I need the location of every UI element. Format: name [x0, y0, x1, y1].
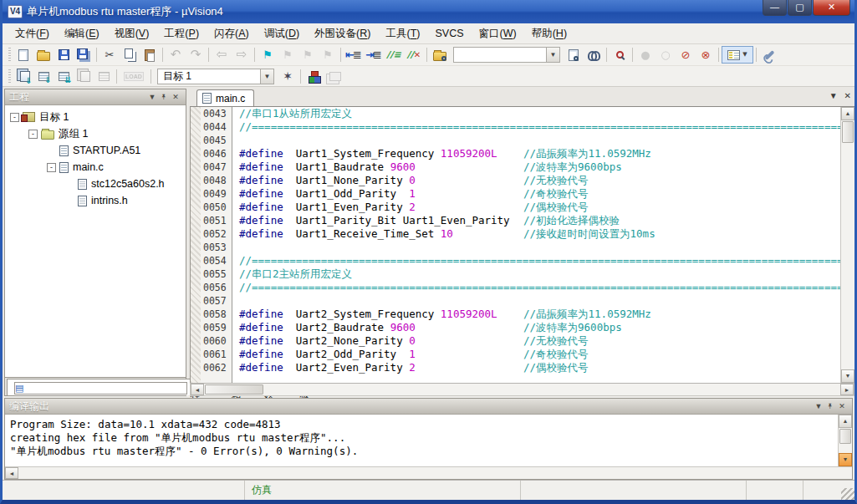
menu-item-tools[interactable]: 工具(T) — [378, 24, 427, 43]
incremental-find-button[interactable] — [610, 46, 630, 64]
toggle-bookmark-button[interactable]: ⚑ — [258, 46, 278, 64]
build-arrow-icon: ⇓ — [44, 75, 51, 84]
enable-disable-breakpoint-button[interactable]: ○ — [656, 46, 676, 64]
scroll-left-button[interactable]: ◄ — [191, 384, 204, 395]
clear-bookmarks-button[interactable]: ⚑ — [318, 46, 338, 64]
tree-expander-icon[interactable]: - — [47, 163, 56, 172]
rebuild-all-button[interactable]: ⇊ — [54, 68, 74, 85]
new-file-button[interactable] — [13, 46, 33, 64]
configure-target-button[interactable]: ✶ — [278, 68, 298, 85]
wrench-icon — [764, 49, 774, 59]
next-bookmark-button[interactable]: ⚑ — [298, 46, 318, 64]
target-icon — [23, 112, 35, 122]
document-close-button[interactable]: ✕ — [844, 91, 851, 100]
project-panel-pin-button[interactable]: 🖈 — [158, 93, 170, 101]
batch-build-button[interactable] — [74, 68, 94, 85]
build-target-button[interactable]: ⇓ — [33, 68, 54, 85]
tree-expander-icon[interactable]: - — [28, 130, 38, 139]
output-panel-pin-button[interactable]: 🖈 — [824, 402, 836, 410]
scroll-down-button[interactable]: ▼ — [841, 369, 854, 383]
save-all-button[interactable] — [74, 46, 94, 64]
output-panel-menu-button[interactable]: ▼ — [813, 402, 824, 410]
scroll-up-button[interactable]: ▲ — [841, 107, 854, 120]
tab-main-c[interactable]: main.c — [196, 89, 254, 106]
unindent-button[interactable]: ⇤≣ — [344, 46, 364, 64]
tree-item-source-group-1[interactable]: -源组 1 — [5, 125, 186, 142]
indent-button[interactable]: ⇥≣ — [364, 46, 384, 64]
copy-button[interactable] — [120, 46, 140, 64]
download-flash-button[interactable]: LOAD — [120, 68, 148, 85]
window-layout-button[interactable]: ▼ — [722, 46, 753, 64]
menu-item-help[interactable]: 帮助(H) — [524, 24, 574, 43]
project-panel-menu-button[interactable]: ▼ — [146, 93, 158, 101]
search-combobox[interactable]: ▼ — [453, 47, 560, 63]
output-scroll-track[interactable] — [18, 467, 852, 479]
navigate-back-button[interactable]: ⇦ — [212, 46, 232, 64]
redo-button[interactable]: ↷ — [186, 46, 206, 64]
menu-item-window[interactable]: 窗口(W) — [472, 24, 524, 43]
output-scroll-thumb[interactable] — [839, 429, 851, 444]
maximize-button[interactable]: ▢ — [788, 0, 812, 16]
navigate-forward-button[interactable]: ⇨ — [232, 46, 252, 64]
vertical-scroll-thumb[interactable] — [842, 121, 854, 143]
scroll-right-button[interactable]: ► — [840, 384, 854, 395]
find-button[interactable] — [584, 46, 604, 64]
configure-tools-button[interactable] — [759, 46, 779, 64]
comment-selection-button[interactable]: //≡ — [384, 46, 404, 64]
project-tree[interactable]: -目标 1-源组 1STARTUP.A51-main.cstc12c5a60s2… — [5, 105, 186, 377]
tree-expander-icon[interactable]: - — [10, 113, 19, 122]
tree-item-label: 源组 1 — [59, 127, 88, 141]
target-select-combobox[interactable]: 目标 1 ▼ — [157, 69, 274, 84]
minimize-button[interactable]: — — [763, 0, 787, 16]
tree-item-stc12c5a60s2-h[interactable]: stc12c5a60s2.h — [5, 176, 186, 192]
find-in-files-doc-button[interactable] — [564, 46, 584, 64]
find-in-files-button[interactable] — [430, 46, 450, 64]
menu-item-view[interactable]: 视图(V) — [107, 24, 157, 43]
tree-item-startup-a51[interactable]: STARTUP.A51 — [5, 142, 186, 159]
tree-item-main-c[interactable]: -main.c — [5, 159, 186, 176]
title-bar[interactable]: V4 单片机modbus rtu master程序 - µVision4 — ▢… — [3, 0, 854, 23]
menu-item-file[interactable]: 文件(F) — [8, 24, 57, 43]
manage-components-button[interactable] — [324, 68, 344, 85]
cut-button[interactable]: ✂ — [99, 46, 120, 64]
editor-vertical-scrollbar[interactable]: ▲ ▼ — [840, 107, 854, 383]
output-scroll-up-button[interactable]: ▲ — [839, 415, 852, 428]
output-scroll-left-button[interactable]: ◄ — [5, 467, 18, 479]
panel-tab-project[interactable]: ▤工程 — [7, 379, 215, 395]
output-vertical-scrollbar[interactable]: ▲ ▼ — [838, 415, 852, 466]
menu-item-debug[interactable]: 调试(D) — [257, 24, 307, 43]
target-dropdown-arrow[interactable]: ▼ — [260, 69, 273, 84]
tree-item-intrins-h[interactable]: intrins.h — [5, 192, 186, 209]
uvision-app-icon[interactable]: V4 — [8, 5, 23, 18]
kill-all-breakpoints-button[interactable]: ⊗ — [696, 46, 716, 64]
output-horizontal-scrollbar[interactable]: ◄ — [5, 466, 852, 479]
save-button[interactable] — [54, 46, 74, 64]
resize-grip[interactable] — [841, 488, 854, 500]
menu-item-edit[interactable]: 编辑(E) — [57, 24, 107, 43]
menu-item-svcs[interactable]: SVCS — [427, 25, 471, 42]
toggle-breakpoint-button[interactable]: ● — [635, 46, 656, 64]
open-file-button[interactable] — [33, 46, 54, 64]
start-debug-button[interactable] — [304, 68, 324, 85]
uncomment-selection-button[interactable]: //✕ — [404, 46, 424, 64]
paste-button[interactable] — [140, 46, 160, 64]
stop-build-button[interactable] — [94, 68, 114, 85]
prev-bookmark-button[interactable]: ⚑ — [278, 46, 298, 64]
tree-item-target-1[interactable]: -目标 1 — [5, 109, 186, 125]
menu-item-project[interactable]: 工程(P) — [156, 24, 207, 43]
code-editor[interactable]: 0043//串口1从站所用宏定义0044//==================… — [191, 107, 840, 383]
output-scroll-down-button[interactable]: ▼ — [839, 453, 852, 466]
menu-item-flash[interactable]: 闪存(A) — [207, 24, 257, 43]
line-number: 0061 — [201, 348, 229, 361]
close-button[interactable]: ✕ — [813, 0, 850, 16]
menu-item-peripherals[interactable]: 外围设备(R) — [307, 24, 378, 43]
project-panel-close-button[interactable]: ✕ — [170, 93, 181, 101]
search-dropdown-arrow[interactable]: ▼ — [546, 48, 559, 62]
horizontal-scroll-thumb[interactable] — [205, 384, 263, 395]
editor-horizontal-scrollbar[interactable]: ◄ ► — [190, 383, 854, 396]
disable-all-breakpoints-button[interactable]: ⊘ — [676, 46, 696, 64]
translate-file-button[interactable]: ⇓ — [13, 68, 33, 85]
output-panel-close-button[interactable]: ✕ — [836, 402, 848, 410]
document-list-button[interactable]: ▼ — [829, 91, 838, 100]
undo-button[interactable]: ↶ — [166, 46, 186, 64]
